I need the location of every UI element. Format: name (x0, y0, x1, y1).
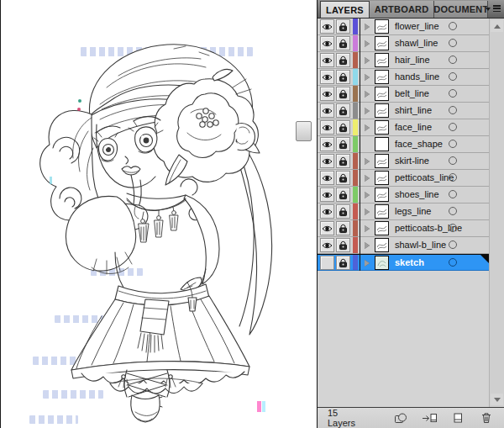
layer-row[interactable]: shoes_line (318, 187, 489, 203)
expand-triangle-icon[interactable] (365, 124, 370, 131)
target-circle[interactable] (449, 55, 457, 64)
lock-toggle[interactable] (336, 120, 350, 135)
expand-triangle-icon[interactable] (365, 40, 370, 47)
target-circle[interactable] (449, 89, 457, 98)
visibility-toggle[interactable] (320, 103, 334, 118)
layer-row[interactable]: legs_line (318, 203, 489, 220)
target-circle[interactable] (449, 39, 457, 47)
layer-row[interactable]: face_shape (318, 136, 489, 153)
layer-row[interactable]: belt_line (318, 86, 489, 103)
expand-triangle-icon[interactable] (365, 91, 370, 98)
expand-triangle-icon[interactable] (365, 175, 370, 182)
panel-dock-grip[interactable] (296, 121, 312, 141)
target-circle[interactable] (449, 140, 457, 148)
layer-row[interactable]: hair_line (318, 52, 489, 69)
target-circle[interactable] (449, 22, 457, 30)
panel-menu-icon[interactable] (486, 4, 501, 14)
create-new-layer-button[interactable] (447, 410, 469, 425)
layer-name[interactable]: shoes_line (395, 187, 439, 203)
target-circle[interactable] (449, 106, 457, 114)
layer-thumbnail[interactable] (375, 70, 389, 84)
lock-toggle[interactable] (336, 70, 350, 84)
target-circle[interactable] (449, 258, 457, 267)
layer-name[interactable]: petticoats_line (395, 170, 454, 186)
expand-triangle-icon[interactable] (365, 108, 370, 114)
layer-name[interactable]: hands_line (395, 69, 439, 85)
layers-scrollbar[interactable] (489, 18, 504, 407)
visibility-toggle[interactable] (320, 120, 334, 135)
layer-thumbnail[interactable] (375, 171, 389, 185)
lock-toggle[interactable] (336, 137, 350, 151)
layer-name[interactable]: face_line (395, 119, 432, 135)
lock-toggle[interactable] (336, 154, 350, 168)
visibility-toggle[interactable] (320, 19, 334, 34)
lock-toggle[interactable] (336, 87, 350, 101)
expand-triangle-icon[interactable] (365, 260, 370, 267)
visibility-toggle[interactable] (320, 171, 334, 185)
delete-selection-button[interactable] (475, 410, 497, 425)
layer-name[interactable]: shirt_line (395, 103, 432, 119)
layer-name[interactable]: shawl_line (395, 35, 438, 51)
layer-thumbnail[interactable] (375, 188, 389, 202)
layer-name[interactable]: sketch (395, 255, 424, 271)
layer-row[interactable]: shawl_line (318, 35, 489, 52)
layer-thumbnail[interactable] (375, 53, 389, 67)
lock-toggle[interactable] (336, 103, 350, 118)
visibility-toggle[interactable] (320, 221, 334, 235)
layer-thumbnail[interactable] (375, 137, 389, 151)
visibility-toggle[interactable] (320, 70, 334, 84)
layer-name[interactable]: skirt-line (395, 153, 429, 169)
layer-thumbnail[interactable] (375, 36, 389, 50)
layer-row[interactable]: sketch (318, 254, 489, 271)
layer-row[interactable]: hands_line (318, 69, 489, 86)
tab-layers[interactable]: LAYERS (320, 1, 370, 18)
lock-toggle[interactable] (336, 171, 350, 185)
create-new-sublayer-button[interactable] (418, 410, 440, 425)
lock-toggle[interactable] (336, 53, 350, 67)
lock-toggle[interactable] (336, 188, 350, 202)
lock-toggle[interactable] (336, 238, 350, 252)
target-circle[interactable] (449, 173, 457, 182)
layer-row[interactable]: petticoats-b_line (318, 220, 489, 237)
lock-toggle[interactable] (336, 19, 350, 34)
expand-triangle-icon[interactable] (365, 158, 370, 165)
lock-toggle[interactable] (336, 204, 350, 219)
expand-triangle-icon[interactable] (365, 192, 370, 198)
tab-document[interactable]: DOCUMENT (434, 1, 488, 18)
layer-name[interactable]: belt_line (395, 86, 429, 102)
layer-thumbnail[interactable] (375, 204, 389, 219)
expand-triangle-icon[interactable] (365, 24, 370, 30)
visibility-toggle[interactable] (320, 137, 334, 151)
layer-thumbnail[interactable] (375, 19, 389, 34)
visibility-toggle[interactable] (320, 53, 334, 67)
lock-toggle[interactable] (336, 36, 350, 50)
expand-triangle-icon[interactable] (365, 74, 370, 81)
target-circle[interactable] (449, 156, 457, 165)
visibility-toggle[interactable] (320, 256, 334, 270)
expand-triangle-icon[interactable] (365, 225, 370, 232)
visibility-toggle[interactable] (320, 87, 334, 101)
layer-row[interactable]: shawl-b_line (318, 237, 489, 254)
layer-name[interactable]: flower_line (395, 18, 439, 34)
layer-row[interactable]: flower_line (318, 18, 489, 35)
target-circle[interactable] (449, 190, 457, 198)
target-circle[interactable] (449, 72, 457, 81)
lock-toggle[interactable] (336, 256, 350, 270)
target-circle[interactable] (449, 123, 457, 131)
layer-name[interactable]: shawl-b_line (395, 237, 446, 253)
lock-toggle[interactable] (336, 221, 350, 235)
expand-triangle-icon[interactable] (365, 242, 370, 249)
visibility-toggle[interactable] (320, 36, 334, 50)
layer-row[interactable]: shirt_line (318, 103, 489, 119)
scroll-up-button[interactable] (491, 20, 503, 32)
layer-thumbnail[interactable] (375, 154, 389, 168)
layer-name[interactable]: hair_line (395, 52, 430, 68)
layer-row[interactable]: skirt-line (318, 153, 489, 170)
artboard-canvas[interactable] (0, 0, 317, 428)
layer-thumbnail[interactable] (375, 221, 389, 235)
tab-artboard[interactable]: ARTBOARD (370, 1, 435, 18)
target-circle[interactable] (449, 224, 457, 232)
target-circle[interactable] (449, 240, 457, 249)
visibility-toggle[interactable] (320, 154, 334, 168)
make-clipping-mask-button[interactable] (390, 410, 412, 425)
